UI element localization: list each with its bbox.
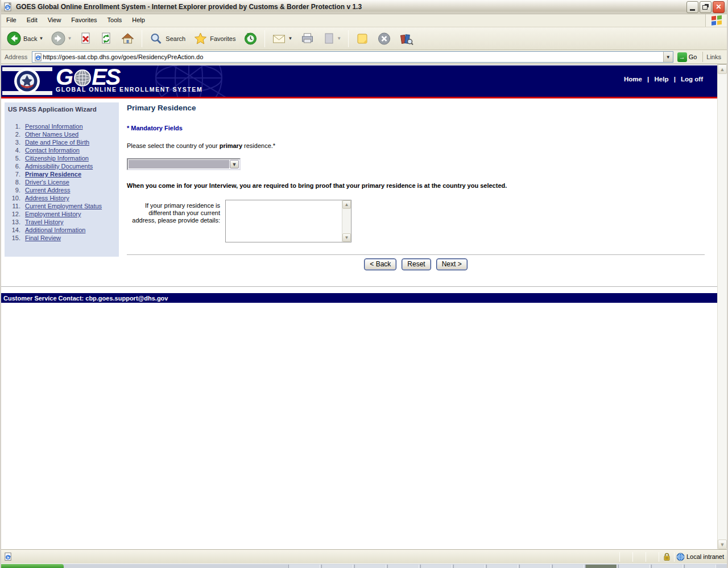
status-pane — [633, 550, 646, 563]
back-step-button[interactable]: < Back — [364, 258, 396, 270]
step-link[interactable]: Citizenship Information — [25, 154, 89, 162]
step-link[interactable]: Personal Information — [25, 122, 83, 130]
taskbar-button[interactable] — [651, 565, 683, 568]
menu-spacer — [150, 14, 705, 27]
messenger-button[interactable] — [374, 30, 395, 48]
search-button[interactable]: Search — [146, 30, 189, 48]
refresh-button[interactable] — [97, 30, 116, 48]
taskbar-button[interactable] — [519, 565, 551, 568]
details-textarea[interactable] — [226, 200, 342, 242]
scroll-down-icon[interactable]: ▼ — [718, 540, 727, 549]
step-link[interactable]: Address History — [25, 194, 69, 202]
reset-button[interactable]: Reset — [402, 258, 431, 270]
favorites-button[interactable]: Favorites — [190, 30, 239, 48]
back-label: Back — [23, 35, 37, 42]
restore-button[interactable] — [700, 1, 712, 13]
taskbar-button[interactable] — [453, 565, 485, 568]
taskbar-button[interactable] — [420, 565, 452, 568]
mail-dropdown-icon[interactable]: ▼ — [288, 36, 292, 41]
go-arrow-icon: → — [677, 52, 687, 62]
dhs-seal-icon — [14, 68, 40, 94]
step-number: 14. — [8, 226, 25, 234]
taskbar-button[interactable] — [354, 565, 386, 568]
step-link[interactable]: Employment History — [25, 210, 81, 218]
step-number: 15. — [8, 234, 25, 242]
edit-button[interactable]: ▼ — [319, 30, 345, 48]
security-pane — [659, 553, 674, 561]
discuss-button[interactable] — [352, 30, 373, 48]
menu-tools[interactable]: Tools — [102, 14, 127, 27]
research-button[interactable] — [396, 30, 417, 48]
forward-button[interactable]: ▼ — [48, 29, 75, 48]
taskbar-button[interactable] — [618, 565, 650, 568]
start-button[interactable] — [1, 564, 64, 568]
prompt-prefix: Please select the country of your — [127, 142, 220, 149]
scroll-down-icon[interactable]: ▼ — [342, 233, 351, 242]
country-select[interactable]: ▼ — [127, 158, 241, 170]
scroll-up-icon[interactable]: ▲ — [718, 64, 727, 74]
step-link[interactable]: Other Names Used — [25, 130, 78, 138]
menu-edit[interactable]: Edit — [22, 14, 43, 27]
address-dropdown-icon[interactable]: ▼ — [663, 52, 673, 62]
links-toolbar[interactable]: Links — [702, 52, 726, 62]
taskbar-button[interactable] — [486, 565, 518, 568]
menu-help[interactable]: Help — [127, 14, 150, 27]
step-link[interactable]: Final Review — [25, 234, 61, 242]
menu-favorites[interactable]: Favorites — [66, 14, 102, 27]
nav-home-link[interactable]: Home — [624, 76, 642, 83]
textarea-scrollbar[interactable]: ▲ ▼ — [342, 200, 351, 242]
back-dropdown-icon[interactable]: ▼ — [39, 36, 43, 41]
step-link[interactable]: Primary Residence — [25, 170, 81, 178]
step-link[interactable]: Current Address — [25, 186, 70, 194]
windows-logo-icon — [705, 14, 727, 27]
step-link[interactable]: Admissibility Documents — [25, 162, 93, 170]
dhs-seal-block — [2, 65, 52, 97]
history-button[interactable] — [240, 30, 261, 48]
toolbar-separator — [348, 30, 349, 47]
step-number: 8. — [8, 178, 25, 186]
edit-dropdown-icon[interactable]: ▼ — [337, 36, 341, 41]
taskbar-button[interactable] — [387, 565, 419, 568]
nav-help-link[interactable]: Help — [655, 76, 669, 83]
wizard-step-14: 14.Additional Information — [8, 226, 115, 234]
address-url[interactable]: https://goes-sat.cbp.dhs.gov/goes/Reside… — [43, 53, 663, 60]
chevron-down-icon[interactable]: ▼ — [230, 160, 239, 168]
status-pane — [646, 550, 659, 563]
back-button[interactable]: Back ▼ — [3, 29, 47, 48]
next-step-button[interactable]: Next > — [436, 258, 468, 270]
page-scrollbar[interactable]: ▲ ▼ — [717, 64, 727, 549]
go-button[interactable]: → Go — [676, 51, 701, 63]
minimize-button[interactable] — [686, 1, 698, 13]
step-link[interactable]: Date and Place of Birth — [25, 138, 89, 146]
nav-logoff-link[interactable]: Log off — [681, 76, 703, 83]
home-button[interactable] — [117, 30, 138, 48]
ie-window: GOES Global Online Enrollment System - I… — [0, 0, 728, 568]
step-link[interactable]: Contact Information — [25, 146, 80, 154]
menu-file[interactable]: File — [1, 14, 22, 27]
wizard-sidebar: US PASS Application Wizard 1.Personal In… — [5, 102, 119, 257]
mail-button[interactable]: ▼ — [268, 30, 296, 48]
forward-dropdown-icon[interactable]: ▼ — [67, 36, 72, 41]
stop-button[interactable] — [76, 30, 96, 48]
close-button[interactable]: ✕ — [713, 1, 725, 13]
taskbar-button-active[interactable] — [585, 565, 617, 568]
wizard-step-9: 9.Current Address — [8, 186, 115, 194]
country-prompt: Please select the country of your primar… — [127, 142, 705, 149]
wizard-step-1: 1.Personal Information — [8, 122, 115, 130]
taskbar-button[interactable] — [288, 565, 320, 568]
print-button[interactable] — [297, 30, 318, 48]
taskbar-button[interactable] — [552, 565, 584, 568]
address-input[interactable]: https://goes-sat.cbp.dhs.gov/goes/Reside… — [32, 51, 673, 63]
research-books-icon — [399, 32, 413, 46]
taskbar-button[interactable] — [684, 565, 716, 568]
step-link[interactable]: Driver's License — [25, 178, 69, 186]
page-ie-icon — [4, 552, 13, 561]
step-link[interactable]: Additional Information — [25, 226, 85, 234]
wizard-step-10: 10.Address History — [8, 194, 115, 202]
scroll-up-icon[interactable]: ▲ — [342, 200, 351, 209]
status-bar: Local intranet — [1, 549, 727, 563]
step-link[interactable]: Travel History — [25, 218, 63, 226]
step-link[interactable]: Current Employment Status — [25, 202, 102, 210]
taskbar-button[interactable] — [321, 565, 353, 568]
menu-view[interactable]: View — [43, 14, 67, 27]
